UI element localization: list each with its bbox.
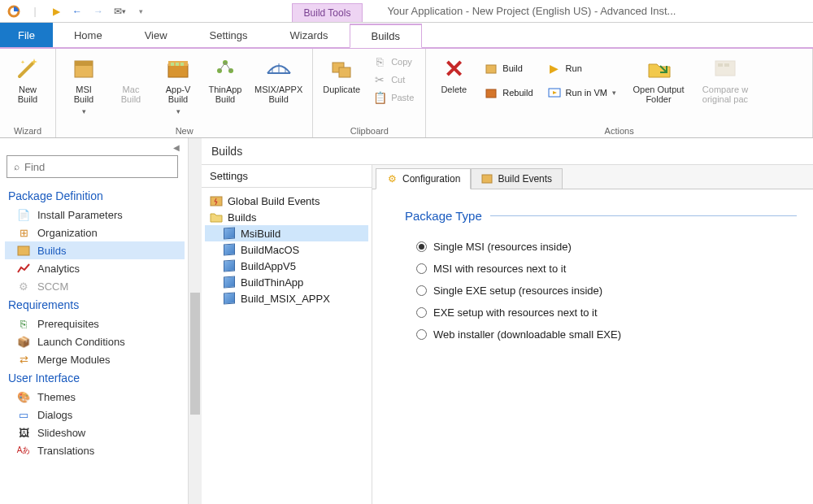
- build-icon: [485, 62, 498, 75]
- cut-icon: ✂: [373, 73, 386, 86]
- nav-label: Dialogs: [37, 409, 72, 421]
- menu-wizards[interactable]: Wizards: [269, 23, 350, 47]
- center-pane: Builds Settings Global Build Events Buil…: [202, 138, 813, 504]
- radio-single-msi[interactable]: Single MSI (resources inside): [405, 236, 797, 258]
- tree-item-buildmacos[interactable]: BuildMacOS: [205, 241, 368, 258]
- wand-icon: [15, 55, 41, 81]
- paste-button[interactable]: 📋Paste: [370, 89, 417, 106]
- nav-sccm[interactable]: ⚙SCCM: [5, 277, 185, 295]
- nav-label: Themes: [37, 391, 76, 403]
- rebuild-button[interactable]: Rebuild: [481, 85, 536, 101]
- search-input[interactable]: [24, 161, 171, 173]
- nav-dialogs[interactable]: ▭Dialogs: [5, 406, 185, 424]
- menu-settings[interactable]: Settings: [189, 23, 269, 47]
- copy-button[interactable]: ⎘Copy: [370, 54, 417, 70]
- duplicate-button[interactable]: Duplicate: [318, 52, 365, 98]
- radio-single-exe[interactable]: Single EXE setup (resources inside): [405, 280, 797, 302]
- tree-item-buildthinapp[interactable]: BuildThinApp: [205, 274, 368, 290]
- svg-rect-23: [724, 63, 729, 67]
- svg-rect-22: [718, 63, 723, 67]
- ribbon-group-wizard: New Build Wizard: [0, 49, 56, 137]
- tree-label: BuildAppV5: [241, 260, 296, 272]
- context-tab-build-tools[interactable]: Build Tools: [292, 3, 363, 22]
- ribbon-group-clipboard: Duplicate ⎘Copy ✂Cut 📋Paste Clipboard: [313, 49, 426, 137]
- menu-view[interactable]: View: [124, 23, 189, 47]
- tree-item-buildmsixappx[interactable]: Build_MSIX_APPX: [205, 290, 368, 306]
- tab-label: Configuration: [402, 173, 460, 185]
- svg-rect-18: [486, 89, 496, 98]
- msi-build-button[interactable]: MSI Build: [61, 52, 107, 119]
- cube-icon: [223, 276, 236, 289]
- mac-build-button[interactable]: Mac Build: [108, 52, 154, 107]
- mail-icon[interactable]: ✉: [111, 2, 128, 20]
- svg-rect-3: [168, 64, 188, 77]
- nav-prerequisites[interactable]: ⎘Prerequisites: [5, 315, 185, 332]
- menu-file[interactable]: File: [0, 23, 53, 47]
- radio-web-installer[interactable]: Web installer (downloadable small EXE): [405, 324, 797, 345]
- nav-label: Install Parameters: [37, 209, 123, 221]
- appv-build-button[interactable]: App-V Build: [155, 52, 201, 119]
- nav-label: SCCM: [37, 280, 68, 293]
- nav-section-user-interface[interactable]: User Interface: [5, 368, 185, 388]
- tab-build-events[interactable]: Build Events: [471, 168, 563, 189]
- cube-icon: [223, 292, 236, 305]
- tab-configuration[interactable]: ⚙Configuration: [376, 168, 471, 189]
- build-button[interactable]: Build: [481, 60, 536, 76]
- compare-button[interactable]: Compare w original pac: [694, 52, 756, 107]
- menu-home[interactable]: Home: [53, 23, 124, 47]
- svg-rect-24: [18, 246, 29, 255]
- tree-item-buildappv5[interactable]: BuildAppV5: [205, 258, 368, 274]
- tree-global-events[interactable]: Global Build Events: [205, 193, 368, 209]
- nav-install-parameters[interactable]: 📄Install Parameters: [5, 206, 185, 224]
- menu-builds[interactable]: Builds: [350, 24, 422, 48]
- nav-translations[interactable]: AあTranslations: [5, 441, 185, 459]
- radio-msi-resources-next[interactable]: MSI with resources next to it: [405, 258, 797, 280]
- thinapp-build-button[interactable]: ThinApp Build: [202, 52, 248, 107]
- nav-section-package-definition[interactable]: Package Definition: [5, 186, 185, 206]
- delete-button[interactable]: ✕Delete: [431, 52, 476, 98]
- launch-icon: 📦: [16, 335, 31, 348]
- tree-builds-folder[interactable]: Builds: [205, 209, 368, 225]
- thinapp-icon: [212, 55, 238, 81]
- nav-label: Slideshow: [37, 427, 85, 439]
- radio-icon: [416, 241, 427, 252]
- scrollbar-thumb[interactable]: [190, 293, 200, 415]
- nav-builds[interactable]: Builds: [5, 241, 185, 259]
- radio-exe-resources-next[interactable]: EXE setup with resources next to it: [405, 302, 797, 324]
- qat-dropdown-icon[interactable]: ▾: [132, 2, 150, 20]
- run-vm-button[interactable]: Run in VM: [545, 85, 620, 101]
- radio-label: Single EXE setup (resources inside): [433, 285, 602, 297]
- new-build-button[interactable]: New Build: [5, 52, 50, 107]
- ribbon-group-new-label: New: [56, 126, 312, 137]
- forward-icon[interactable]: →: [89, 2, 107, 20]
- search-box[interactable]: ⌕: [7, 155, 178, 178]
- nav-slideshow[interactable]: 🖼Slideshow: [5, 424, 185, 441]
- nav-analytics[interactable]: Analytics: [5, 259, 185, 277]
- open-output-button[interactable]: Open Output Folder: [624, 52, 693, 107]
- nav-organization[interactable]: ⊞Organization: [5, 224, 185, 241]
- svg-rect-16: [339, 67, 350, 77]
- settings-title: Settings: [202, 165, 372, 188]
- svg-rect-7: [180, 63, 184, 66]
- msix-build-button[interactable]: MSIX/APPX Build: [250, 52, 307, 107]
- quick-access-toolbar: | ▶ ← → ✉ ▾: [0, 2, 154, 20]
- collapse-left-icon[interactable]: ◀: [5, 143, 185, 155]
- build-label: Build: [502, 63, 522, 73]
- nav-launch-conditions[interactable]: 📦Launch Conditions: [5, 332, 185, 350]
- tree-item-msibuild[interactable]: MsiBuild: [205, 225, 368, 241]
- divider: |: [26, 2, 44, 20]
- cube-icon: [223, 259, 236, 272]
- svg-marker-20: [553, 91, 557, 94]
- run-button[interactable]: ▶Run: [545, 60, 620, 76]
- nav-themes[interactable]: 🎨Themes: [5, 388, 185, 406]
- cut-button[interactable]: ✂Cut: [370, 72, 417, 88]
- duplicate-label: Duplicate: [323, 85, 360, 94]
- back-icon[interactable]: ←: [68, 2, 86, 20]
- left-scrollbar[interactable]: [189, 138, 202, 504]
- play-icon[interactable]: ▶: [47, 2, 65, 20]
- msi-build-label: MSI Build: [74, 85, 93, 104]
- title-bar: | ▶ ← → ✉ ▾ Build Tools Your Application…: [0, 0, 813, 23]
- app-logo-icon[interactable]: [5, 2, 23, 20]
- nav-section-requirements[interactable]: Requirements: [5, 295, 185, 315]
- nav-merge-modules[interactable]: ⇄Merge Modules: [5, 350, 185, 368]
